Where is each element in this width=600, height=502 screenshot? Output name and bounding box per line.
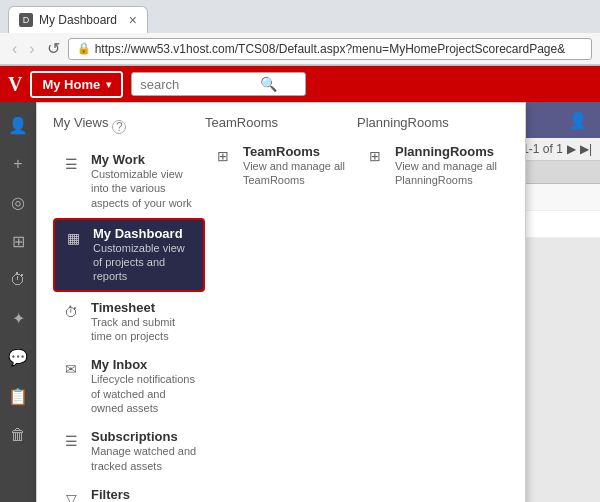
my-dashboard-title: My Dashboard <box>93 226 195 241</box>
timesheet-title: Timesheet <box>91 300 197 315</box>
dropdown-item-filters[interactable]: ▽ Filters Custom built filters to tailor… <box>53 481 205 502</box>
pagination-last-icon[interactable]: ▶| <box>580 142 592 156</box>
my-inbox-content: My Inbox Lifecycle notifications of watc… <box>91 357 197 415</box>
teamrooms-column: TeamRooms ⊞ TeamRooms View and manage al… <box>205 115 357 502</box>
timesheet-content: Timesheet Track and submit time on proje… <box>91 300 197 344</box>
teamrooms-item-title: TeamRooms <box>243 144 349 159</box>
pagination-next-icon[interactable]: ▶ <box>567 142 576 156</box>
subscriptions-icon: ☰ <box>61 431 81 451</box>
sidebar-icon-grid[interactable]: ⊞ <box>6 226 31 257</box>
secure-icon: 🔒 <box>77 42 91 55</box>
my-home-label: My Home <box>42 77 100 92</box>
sidebar-icon-star[interactable]: ✦ <box>6 303 31 334</box>
sidebar-icon-user[interactable]: 👤 <box>2 110 34 141</box>
my-views-items: ☰ My Work Customizable view into the var… <box>53 146 205 502</box>
my-inbox-icon: ✉ <box>61 359 81 379</box>
timesheet-desc: Track and submit time on projects <box>91 315 197 344</box>
my-work-title: My Work <box>91 152 197 167</box>
refresh-button[interactable]: ↺ <box>43 37 64 60</box>
search-icon: 🔍 <box>260 76 277 92</box>
dropdown-item-teamrooms[interactable]: ⊞ TeamRooms View and manage all TeamRoom… <box>205 138 357 194</box>
my-views-help-icon[interactable]: ? <box>112 120 126 134</box>
dropdown-item-subscriptions[interactable]: ☰ Subscriptions Manage watched and track… <box>53 423 205 479</box>
tab-close-button[interactable]: × <box>129 12 137 28</box>
teamrooms-icon: ⊞ <box>213 146 233 166</box>
my-work-content: My Work Customizable view into the vario… <box>91 152 197 210</box>
forward-button[interactable]: › <box>25 38 38 60</box>
tab-favicon: D <box>19 13 33 27</box>
filters-icon: ▽ <box>61 489 81 502</box>
app-header: V My Home ▾ 🔍 <box>0 66 600 102</box>
planningrooms-title: PlanningRooms <box>357 115 509 130</box>
my-inbox-desc: Lifecycle notifications of watched and o… <box>91 372 197 415</box>
planningrooms-icon: ⊞ <box>365 146 385 166</box>
page-header-icons: 👤 <box>568 111 588 130</box>
app-logo: V <box>8 73 22 96</box>
timesheet-icon: ⏱ <box>61 302 81 322</box>
my-dashboard-desc: Customizable view of projects and report… <box>93 241 195 284</box>
sidebar-icon-clipboard[interactable]: 📋 <box>2 381 34 412</box>
my-work-icon: ☰ <box>61 154 81 174</box>
planningrooms-item-desc: View and manage all PlanningRooms <box>395 159 501 188</box>
active-tab[interactable]: D My Dashboard × <box>8 6 148 33</box>
sidebar-icon-timer[interactable]: ⏱ <box>4 265 32 295</box>
chevron-down-icon: ▾ <box>106 79 111 90</box>
my-home-button[interactable]: My Home ▾ <box>30 71 123 98</box>
dropdown-item-my-dashboard[interactable]: ▦ My Dashboard Customizable view of proj… <box>53 218 205 292</box>
sidebar-icon-trash[interactable]: 🗑 <box>4 420 32 450</box>
back-button[interactable]: ‹ <box>8 38 21 60</box>
dropdown-item-my-inbox[interactable]: ✉ My Inbox Lifecycle notifications of wa… <box>53 351 205 421</box>
planningrooms-column: PlanningRooms ⊞ PlanningRooms View and m… <box>357 115 509 502</box>
address-url: https://www53.v1host.com/TCS08/Default.a… <box>95 42 566 56</box>
my-views-title: My Views <box>53 115 108 130</box>
my-views-column: My Views ? ☰ My Work Customizable view i… <box>53 115 205 502</box>
my-dashboard-icon: ▦ <box>63 228 83 248</box>
nav-bar: ‹ › ↺ 🔒 https://www53.v1host.com/TCS08/D… <box>0 33 600 65</box>
filters-title: Filters <box>91 487 197 502</box>
teamrooms-item-desc: View and manage all TeamRooms <box>243 159 349 188</box>
teamrooms-title: TeamRooms <box>205 115 357 130</box>
tab-title: My Dashboard <box>39 13 121 27</box>
tab-bar: D My Dashboard × <box>0 0 600 33</box>
sidebar: 👤 + ◎ ⊞ ⏱ ✦ 💬 📋 🗑 <box>0 102 36 502</box>
header-user-icon[interactable]: 👤 <box>568 111 588 130</box>
dropdown-header: My Views ? ☰ My Work Customizable view i… <box>37 103 525 502</box>
dropdown-item-my-work[interactable]: ☰ My Work Customizable view into the var… <box>53 146 205 216</box>
planningrooms-content: PlanningRooms View and manage all Planni… <box>395 144 501 188</box>
subscriptions-desc: Manage watched and tracked assets <box>91 444 197 473</box>
sidebar-icon-chat[interactable]: 💬 <box>2 342 34 373</box>
filters-content: Filters Custom built filters to tailor v… <box>91 487 197 502</box>
search-input[interactable] <box>140 77 260 92</box>
address-bar[interactable]: 🔒 https://www53.v1host.com/TCS08/Default… <box>68 38 592 60</box>
sidebar-icon-circle[interactable]: ◎ <box>5 187 31 218</box>
my-dashboard-content: My Dashboard Customizable view of projec… <box>93 226 195 284</box>
dropdown-item-planningrooms[interactable]: ⊞ PlanningRooms View and manage all Plan… <box>357 138 509 194</box>
search-bar[interactable]: 🔍 <box>131 72 306 96</box>
my-inbox-title: My Inbox <box>91 357 197 372</box>
my-work-desc: Customizable view into the various aspec… <box>91 167 197 210</box>
teamrooms-content: TeamRooms View and manage all TeamRooms <box>243 144 349 188</box>
dropdown-menu: My Views ? ☰ My Work Customizable view i… <box>36 102 526 502</box>
subscriptions-content: Subscriptions Manage watched and tracked… <box>91 429 197 473</box>
planningrooms-item-title: PlanningRooms <box>395 144 501 159</box>
app-container: V My Home ▾ 🔍 👤 + ◎ ⊞ ⏱ ✦ 💬 📋 🗑 <box>0 66 600 502</box>
browser-chrome: D My Dashboard × ‹ › ↺ 🔒 https://www53.v… <box>0 0 600 66</box>
sidebar-icon-add[interactable]: + <box>7 149 28 179</box>
pagination-info: 1-1 of 1 <box>522 142 563 156</box>
subscriptions-title: Subscriptions <box>91 429 197 444</box>
main-content: 👤 + ◎ ⊞ ⏱ ✦ 💬 📋 🗑 My Views ? <box>0 102 600 502</box>
dropdown-item-timesheet[interactable]: ⏱ Timesheet Track and submit time on pro… <box>53 294 205 350</box>
